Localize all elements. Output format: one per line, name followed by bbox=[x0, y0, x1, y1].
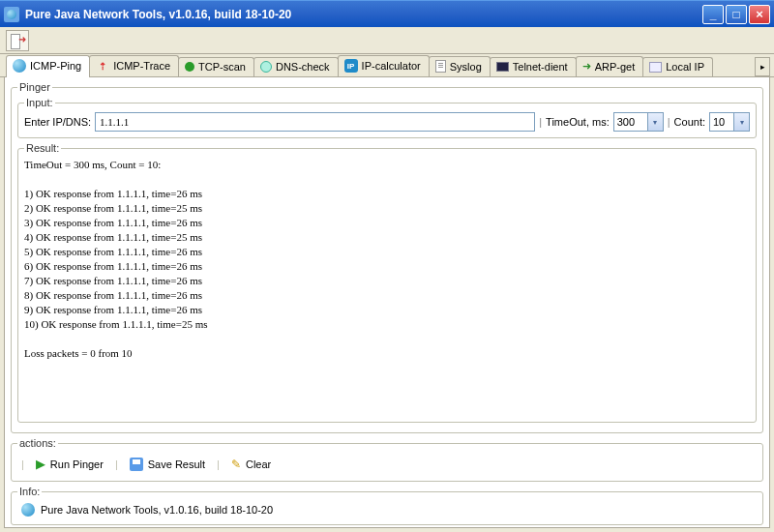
ip-label: Enter IP/DNS: bbox=[24, 116, 91, 128]
tab-syslog[interactable]: Syslog bbox=[429, 56, 491, 76]
tab-label: TCP-scan bbox=[198, 61, 246, 73]
run-label: Run Pinger bbox=[50, 458, 104, 470]
actions-legend: actions: bbox=[17, 437, 58, 449]
close-icon: × bbox=[756, 7, 763, 21]
globe-icon bbox=[13, 59, 26, 73]
timeout-field[interactable] bbox=[613, 112, 648, 132]
result-legend: Result: bbox=[24, 142, 61, 154]
tab-tcp-scan[interactable]: TCP-scan bbox=[178, 57, 254, 76]
count-combo[interactable]: ▾ bbox=[709, 112, 750, 132]
tab-scroll-right[interactable]: ▸ bbox=[755, 57, 770, 76]
tab-local-ip[interactable]: Local IP bbox=[642, 57, 713, 76]
pinger-fieldset: Pinger Input: Enter IP/DNS: | TimeOut, m… bbox=[11, 81, 763, 433]
timeout-label: TimeOut, ms: bbox=[546, 116, 610, 128]
app-icon bbox=[4, 7, 19, 22]
broom-icon: ✎ bbox=[231, 458, 241, 471]
chevron-down-icon: ▾ bbox=[740, 118, 744, 127]
exit-button[interactable] bbox=[6, 30, 29, 51]
doc-icon bbox=[435, 60, 446, 73]
tab-dns-check[interactable]: DNS-check bbox=[253, 57, 339, 76]
globe-icon bbox=[21, 503, 35, 517]
tab-label: ICMP-Ping bbox=[30, 60, 81, 72]
run-pinger-button[interactable]: ▶ Run Pinger bbox=[30, 455, 109, 473]
result-fieldset: Result: TimeOut = 300 ms, Count = 10: 1)… bbox=[17, 142, 757, 423]
dns-icon bbox=[260, 61, 272, 73]
save-label: Save Result bbox=[148, 458, 205, 470]
actions-fieldset: actions: | ▶ Run Pinger | Save Result | … bbox=[11, 437, 763, 482]
arrow-icon: ➜ bbox=[582, 60, 591, 73]
clear-button[interactable]: ✎ Clear bbox=[225, 456, 277, 473]
count-label: Count: bbox=[674, 116, 705, 128]
count-field[interactable] bbox=[709, 112, 734, 132]
tab-ip-calculator[interactable]: IP IP-calculator bbox=[338, 55, 430, 76]
separator: | bbox=[668, 116, 670, 128]
timeout-dropdown-button[interactable]: ▾ bbox=[648, 112, 664, 132]
ip-input[interactable] bbox=[95, 112, 535, 132]
tab-label: Syslog bbox=[450, 61, 482, 73]
tab-label: DNS-check bbox=[276, 61, 330, 73]
tab-label: IP-calculator bbox=[362, 60, 421, 72]
chart-icon: ⇡ bbox=[96, 59, 109, 73]
tab-arp-get[interactable]: ➜ ARP-get bbox=[576, 56, 644, 76]
maximize-button[interactable]: □ bbox=[726, 5, 747, 24]
tab-label: ARP-get bbox=[595, 61, 636, 73]
info-fieldset: Info: Pure Java Network Tools, v1.0.16, … bbox=[11, 486, 763, 525]
pinger-legend: Pinger bbox=[17, 81, 52, 93]
maximize-icon: □ bbox=[732, 8, 739, 21]
timeout-combo[interactable]: ▾ bbox=[613, 112, 664, 132]
tab-label: Telnet-dient bbox=[513, 61, 568, 73]
save-result-button[interactable]: Save Result bbox=[124, 456, 211, 473]
tab-label: ICMP-Trace bbox=[113, 60, 170, 72]
tab-label: Local IP bbox=[666, 61, 704, 73]
disk-icon bbox=[130, 458, 143, 471]
result-textarea[interactable]: TimeOut = 300 ms, Count = 10: 1) OK resp… bbox=[24, 158, 750, 416]
input-legend: Input: bbox=[24, 97, 55, 108]
info-legend: Info: bbox=[17, 486, 42, 497]
play-icon: ▶ bbox=[36, 457, 45, 471]
window-title: Pure Java Network Tools, v1.0.16, build … bbox=[25, 8, 702, 21]
tab-content: Pinger Input: Enter IP/DNS: | TimeOut, m… bbox=[4, 77, 770, 528]
clear-label: Clear bbox=[246, 458, 271, 470]
chevron-down-icon: ▾ bbox=[653, 118, 657, 127]
tabstrip: ICMP-Ping ⇡ ICMP-Trace TCP-scan DNS-chec… bbox=[0, 54, 774, 77]
count-dropdown-button[interactable]: ▾ bbox=[734, 112, 750, 132]
ip-icon: IP bbox=[344, 59, 358, 73]
exit-icon bbox=[11, 34, 24, 47]
screen-icon bbox=[496, 62, 509, 72]
minimize-button[interactable]: _ bbox=[702, 5, 724, 24]
titlebar: Pure Java Network Tools, v1.0.16, build … bbox=[0, 0, 774, 27]
minimize-icon: _ bbox=[710, 8, 717, 21]
tab-telnet-client[interactable]: Telnet-dient bbox=[490, 57, 577, 76]
separator: | bbox=[539, 116, 542, 128]
chevron-right-icon: ▸ bbox=[760, 62, 765, 72]
tab-icmp-trace[interactable]: ⇡ ICMP-Trace bbox=[89, 55, 179, 76]
close-button[interactable]: × bbox=[749, 5, 770, 24]
input-fieldset: Input: Enter IP/DNS: | TimeOut, ms: ▾ | … bbox=[17, 97, 757, 138]
tab-icmp-ping[interactable]: ICMP-Ping bbox=[6, 55, 90, 77]
monitor-icon bbox=[649, 62, 662, 73]
toolbar bbox=[0, 27, 774, 54]
green-dot-icon bbox=[185, 62, 194, 72]
info-text: Pure Java Network Tools, v1.0.16, build … bbox=[41, 504, 273, 516]
